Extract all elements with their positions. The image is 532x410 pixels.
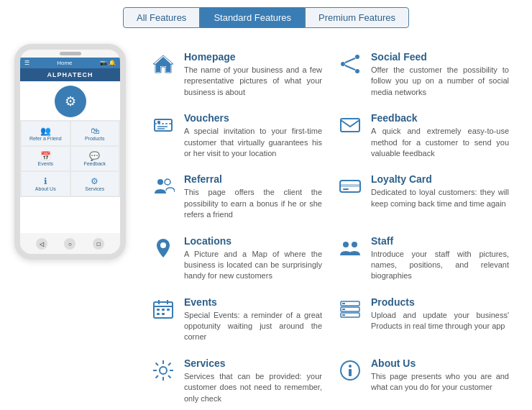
vouchers-icon: [150, 112, 177, 137]
events-icon: [150, 296, 177, 321]
feature-services-title: Services: [184, 357, 322, 369]
feature-feedback-title: Feedback: [371, 112, 509, 124]
phone-home-btn: ○: [64, 238, 75, 250]
feature-vouchers-content: Vouchers A special invitation to your fi…: [184, 112, 322, 159]
feature-products-desc: Upload and update your business' Product…: [371, 310, 509, 332]
svg-point-17: [343, 242, 349, 247]
feature-loyalty-title: Loyalty Card: [371, 173, 509, 185]
main-layout: ☰ Home 📷 🔔 ALPHATECH ⚙ 👥 Refer a Friend …: [0, 37, 532, 410]
phone-cell-label-products: Products: [85, 136, 105, 141]
phone-screen: ☰ Home 📷 🔔 ALPHATECH ⚙ 👥 Refer a Friend …: [20, 58, 120, 233]
tab-premium-features[interactable]: Premium Features: [305, 7, 409, 28]
svg-line-42: [156, 375, 159, 378]
social-feed-icon: [336, 51, 364, 76]
features-grid: Homepage The name of your business and a…: [144, 44, 518, 410]
svg-rect-26: [157, 313, 160, 315]
feature-feedback-desc: A quick and extremely easy-to-use method…: [371, 126, 509, 159]
feature-feedback: Feedback A quick and extremely easy-to-u…: [331, 105, 518, 166]
svg-point-18: [352, 242, 357, 247]
feature-vouchers: Vouchers A special invitation to your fi…: [144, 105, 331, 166]
services-icon: [150, 357, 177, 382]
svg-rect-7: [157, 121, 160, 124]
svg-line-4: [345, 65, 355, 70]
svg-point-34: [160, 367, 167, 374]
feature-loyalty-desc: Dedicated to loyal customers: they will …: [371, 187, 509, 209]
feature-products-content: Products Upload and update your business…: [371, 296, 509, 332]
phone-cell-label-about: About Us: [35, 186, 56, 191]
phone-cell-icon-feedback: 💬: [73, 151, 118, 161]
phone-section: ☰ Home 📷 🔔 ALPHATECH ⚙ 👥 Refer a Friend …: [7, 37, 133, 410]
phone-cell-refer: 👥 Refer a Friend: [22, 122, 70, 145]
phone-cell-services: ⚙ Services: [71, 172, 119, 196]
feature-staff: Staff Introduce your staff with pictures…: [331, 228, 518, 289]
feature-events: Events Special Events: a reminder of a g…: [144, 289, 331, 350]
feature-staff-title: Staff: [371, 235, 509, 247]
products-icon: [336, 296, 364, 321]
phone-recent-btn: □: [93, 238, 104, 250]
feature-social-title: Social Feed: [371, 51, 509, 63]
phone-cell-feedback: 💬 Feedback: [71, 147, 119, 170]
phone-cell-icon-refer: 👥: [23, 126, 68, 136]
feature-staff-desc: Introduce your staff with pictures, name…: [371, 249, 509, 282]
feature-events-content: Events Special Events: a reminder of a g…: [184, 296, 322, 343]
tab-all-features[interactable]: All Features: [123, 7, 200, 28]
phone-mockup: ☰ Home 📷 🔔 ALPHATECH ⚙ 👥 Refer a Friend …: [14, 44, 126, 260]
phone-grid: 👥 Refer a Friend 🛍 Products 📅 Events 💬 F…: [20, 120, 120, 197]
phone-cell-products: 🛍 Products: [71, 122, 119, 145]
feature-locations-title: Locations: [184, 235, 322, 247]
phone-cell-icon-events: 📅: [23, 151, 68, 161]
features-section: Homepage The name of your business and a…: [133, 37, 525, 410]
phone-cell-label-refer: Refer a Friend: [29, 136, 62, 141]
phone-cell-label-services: Services: [85, 186, 104, 191]
svg-point-11: [157, 179, 163, 185]
phone-bottom-bar: ◁ ○ □: [20, 234, 120, 254]
phone-action-icons: 📷 🔔: [100, 60, 116, 66]
svg-point-16: [160, 242, 166, 248]
referral-icon: [150, 173, 177, 198]
phone-cell-icon-services: ⚙: [73, 176, 118, 186]
svg-point-12: [165, 179, 170, 185]
svg-point-44: [349, 365, 352, 368]
svg-rect-33: [342, 314, 345, 316]
tab-standard-features[interactable]: Standard Features: [200, 7, 305, 28]
feature-products-title: Products: [371, 296, 509, 308]
phone-cell-about: ℹ About Us: [22, 172, 70, 196]
phone-nav-title: Home: [57, 60, 72, 66]
feature-services-desc: Services that can be provided: your cust…: [184, 371, 322, 404]
svg-rect-32: [342, 309, 345, 310]
phone-cell-icon-products: 🛍: [73, 126, 118, 136]
feature-social-desc: Offer the customer the possibility to fo…: [371, 65, 509, 98]
staff-icon: [336, 235, 364, 260]
feature-referral-title: Referral: [184, 173, 322, 185]
feature-locations-content: Locations A Picture and a Map of where t…: [184, 235, 322, 282]
feature-referral: Referral This page offers the client the…: [144, 166, 331, 227]
phone-cell-events: 📅 Events: [22, 147, 70, 170]
feature-locations-desc: A Picture and a Map of where the busines…: [184, 249, 322, 282]
feature-homepage-title: Homepage: [184, 51, 322, 63]
feature-products: Products Upload and update your business…: [331, 289, 518, 350]
svg-line-39: [156, 363, 159, 365]
phone-cell-label-events: Events: [38, 161, 53, 166]
feature-about-us: About Us This page presents who you are …: [331, 350, 518, 410]
phone-back-btn: ◁: [36, 238, 47, 250]
feature-loyalty: Loyalty Card Dedicated to loyal customer…: [331, 166, 518, 227]
svg-line-41: [168, 363, 171, 365]
feature-events-title: Events: [184, 296, 322, 308]
svg-line-40: [168, 375, 171, 378]
feature-homepage-content: Homepage The name of your business and a…: [184, 51, 322, 98]
feature-vouchers-desc: A special invitation to your first-time …: [184, 126, 322, 159]
tab-bar: All Features Standard Features Premium F…: [0, 0, 532, 37]
svg-point-2: [355, 69, 359, 73]
svg-line-3: [345, 58, 355, 63]
feature-loyalty-content: Loyalty Card Dedicated to loyal customer…: [371, 173, 509, 209]
svg-rect-31: [342, 303, 345, 304]
phone-main-icon: ⚙: [55, 86, 86, 117]
svg-rect-14: [340, 184, 360, 187]
feature-referral-content: Referral This page offers the client the…: [184, 173, 322, 220]
svg-rect-24: [162, 309, 165, 311]
homepage-icon: [150, 51, 177, 76]
phone-cell-icon-about: ℹ: [23, 176, 68, 186]
feature-social-content: Social Feed Offer the customer the possi…: [371, 51, 509, 98]
feature-homepage: Homepage The name of your business and a…: [144, 44, 331, 105]
locations-icon: [150, 235, 177, 260]
